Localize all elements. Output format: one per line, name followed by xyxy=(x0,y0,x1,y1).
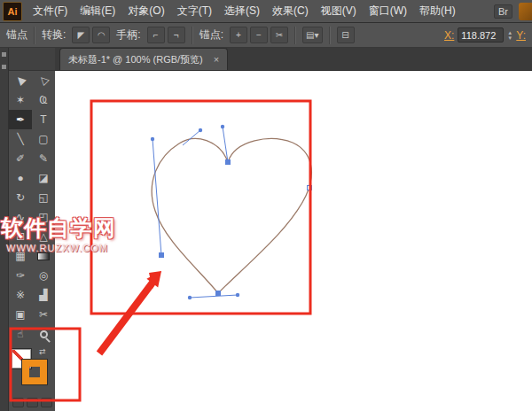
convert-corner-button[interactable]: ◤ xyxy=(72,27,90,43)
spinner-down-icon[interactable]: ▼ xyxy=(507,35,512,41)
zoom-tool-icon xyxy=(40,330,48,338)
control-panel-title: 锚点 xyxy=(6,27,27,43)
document-tab-title: 未标题-1* @ 100% (RGB/预览) xyxy=(68,53,203,66)
eraser-tool-icon: ◪ xyxy=(38,172,48,184)
dock-collapse-icon[interactable] xyxy=(2,52,6,57)
eraser-tool[interactable]: ◪ xyxy=(32,168,55,188)
column-graph-tool[interactable]: ▟ xyxy=(32,285,55,305)
dock-strip xyxy=(0,48,9,411)
scale-tool[interactable]: ◱ xyxy=(32,188,55,207)
menubar-items: 文件(F)编辑(E)对象(O)文字(T)选择(S)效果(C)视图(V)窗口(W)… xyxy=(27,0,462,22)
separator xyxy=(34,27,35,44)
x-input[interactable]: 118.872 xyxy=(458,27,504,43)
eyedropper-tool-icon: ✑ xyxy=(16,269,25,282)
separator xyxy=(294,27,296,44)
menubar: Ai 文件(F)编辑(E)对象(O)文字(T)选择(S)效果(C)视图(V)窗口… xyxy=(0,0,532,23)
lasso-tool-icon: Ҩ xyxy=(39,94,47,106)
menu-edit[interactable]: 编辑(E) xyxy=(74,0,121,22)
bridge-button[interactable]: Br xyxy=(494,4,512,19)
artboard-tool[interactable]: ▣ xyxy=(9,305,32,324)
perspective-grid-tool-icon: △ xyxy=(39,230,47,243)
column-graph-tool-icon: ▟ xyxy=(39,289,47,301)
rectangle-tool[interactable]: ▢ xyxy=(32,129,55,149)
free-transform-tool[interactable]: ◰ xyxy=(32,207,55,227)
x-label[interactable]: X: xyxy=(444,29,454,42)
line-segment-tool-icon: ╲ xyxy=(17,133,23,145)
menu-view[interactable]: 视图(V) xyxy=(315,0,363,22)
perspective-grid-tool[interactable]: △ xyxy=(32,227,55,246)
line-segment-tool[interactable]: ╲ xyxy=(9,129,32,149)
remove-anchor-button[interactable]: − xyxy=(250,27,268,43)
cs-live-icon[interactable] xyxy=(519,3,532,20)
add-anchor-button[interactable]: + xyxy=(230,27,247,43)
lasso-tool[interactable]: Ҩ xyxy=(32,90,55,110)
direct-selection-tool[interactable]: ▷ xyxy=(32,71,55,90)
pen-tool[interactable]: ✒ xyxy=(9,110,32,129)
color-swatches: ⇄ xyxy=(9,347,55,393)
menu-type[interactable]: 文字(T) xyxy=(171,0,218,22)
menu-effect[interactable]: 效果(C) xyxy=(266,0,315,22)
free-transform-tool-icon: ◰ xyxy=(38,211,48,223)
y-label[interactable]: Y: xyxy=(516,29,526,42)
direct-selection-tool-icon: ▷ xyxy=(36,74,51,88)
shape-builder-tool[interactable]: ⊞ xyxy=(9,227,32,246)
menu-file[interactable]: 文件(F) xyxy=(27,0,74,22)
stroke-color-swatch[interactable] xyxy=(22,360,47,384)
slice-tool[interactable]: ✂ xyxy=(32,305,55,324)
blend-tool-icon: ◎ xyxy=(39,269,48,282)
magic-wand-tool-icon: ✶ xyxy=(16,94,25,106)
canvas[interactable] xyxy=(55,71,532,411)
blob-brush-tool[interactable]: ● xyxy=(9,168,32,188)
anchors-label: 锚点: xyxy=(200,27,223,43)
illustrator-window: Ai 文件(F)编辑(E)对象(O)文字(T)选择(S)效果(C)视图(V)窗口… xyxy=(0,0,532,411)
document-tab[interactable]: 未标题-1* @ 100% (RGB/预览) × xyxy=(59,48,228,70)
selection-tool-icon: ▶ xyxy=(13,74,27,88)
type-tool[interactable]: T xyxy=(32,110,55,129)
rotate-tool-icon: ↻ xyxy=(16,191,25,204)
selection-tool[interactable]: ▶ xyxy=(9,71,32,90)
menu-select[interactable]: 选择(S) xyxy=(218,0,266,22)
x-spinner[interactable]: ▲ ▼ xyxy=(507,30,512,41)
zoom-tool[interactable] xyxy=(32,324,55,344)
blob-brush-tool-icon: ● xyxy=(17,172,23,184)
draw-modes xyxy=(9,393,55,407)
pencil-tool[interactable]: ✎ xyxy=(32,149,55,168)
tools-panel: ▶▷✶Ҩ✒T╲▢✐✎●◪↻◱∿◰⊞△▦✑◎※▟▣✂☝ ⇄ xyxy=(9,48,55,411)
draw-normal-button[interactable] xyxy=(12,398,24,407)
draw-behind-button[interactable] xyxy=(27,398,38,407)
swap-colors-icon[interactable]: ⇄ xyxy=(39,347,46,356)
tab-close-icon[interactable]: × xyxy=(214,54,219,65)
menubar-right: Br xyxy=(494,3,532,20)
menu-window[interactable]: 窗口(W) xyxy=(363,0,413,22)
convert-group: ◤ ◠ xyxy=(72,27,110,43)
menu-object[interactable]: 对象(O) xyxy=(121,0,170,22)
pencil-tool-icon: ✎ xyxy=(39,152,48,165)
separator xyxy=(329,27,331,44)
width-tool-icon: ∿ xyxy=(16,211,25,223)
dock-collapse-icon[interactable] xyxy=(2,65,6,69)
gradient-tool[interactable] xyxy=(32,246,55,266)
hand-tool[interactable]: ☝ xyxy=(9,324,32,344)
control-panel: 锚点 转换: ◤ ◠ 手柄: ⌐ ¬ 锚点: + − ✂ ▤▾ ⊟ X: 118… xyxy=(0,23,532,48)
hide-handles-button[interactable]: ¬ xyxy=(168,27,185,43)
blend-tool[interactable]: ◎ xyxy=(32,266,55,285)
magic-wand-tool[interactable]: ✶ xyxy=(9,90,32,110)
rotate-tool[interactable]: ↻ xyxy=(9,188,32,207)
tools-panel-header[interactable] xyxy=(9,48,55,71)
show-handles-button[interactable]: ⌐ xyxy=(147,27,165,43)
handles-group: ⌐ ¬ xyxy=(147,27,185,43)
menu-help[interactable]: 帮助(H) xyxy=(413,0,462,22)
handles-label: 手柄: xyxy=(116,27,140,43)
mesh-tool[interactable]: ▦ xyxy=(9,246,32,266)
document-setup-menu-button[interactable]: ▤▾ xyxy=(302,27,322,43)
eyedropper-tool[interactable]: ✑ xyxy=(9,266,32,285)
scale-tool-icon: ◱ xyxy=(38,191,48,204)
convert-smooth-button[interactable]: ◠ xyxy=(92,27,110,43)
draw-inside-button[interactable] xyxy=(41,398,52,407)
width-tool[interactable]: ∿ xyxy=(9,207,32,227)
paintbrush-tool[interactable]: ✐ xyxy=(9,149,32,168)
mesh-tool-icon: ▦ xyxy=(15,250,25,262)
symbol-sprayer-tool[interactable]: ※ xyxy=(9,285,32,305)
cut-path-button[interactable]: ✂ xyxy=(270,27,288,43)
width-profile-button[interactable]: ⊟ xyxy=(337,27,355,43)
